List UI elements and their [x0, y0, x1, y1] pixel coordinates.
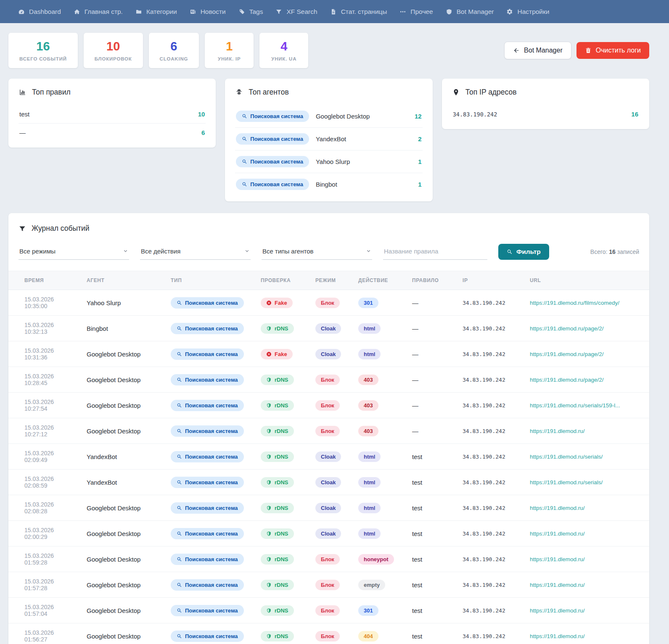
nav-item-xf-search[interactable]: XF Search — [269, 0, 323, 23]
url-link[interactable]: https://191.dlemod.ru/ — [530, 607, 585, 614]
check-badge-label: rDNS — [275, 633, 288, 639]
nav-item-прочее[interactable]: Прочее — [393, 0, 439, 23]
cell-time: 15.03.2026 10:27:12 — [8, 418, 82, 444]
url-link[interactable]: https://191.dlemod.ru/ — [530, 633, 585, 639]
check-badge: Fake — [261, 349, 293, 359]
nav-item-категории[interactable]: Категории — [129, 0, 183, 23]
column-header: ТИП — [167, 271, 256, 290]
url-link[interactable]: https://191.dlemod.ru/page/2/ — [530, 351, 604, 357]
back-button-label: Bot Manager — [524, 47, 563, 54]
mode-badge: Блок — [315, 554, 340, 565]
check-badge-label: Fake — [275, 351, 287, 357]
shield-icon — [446, 8, 452, 15]
nav-item-главная-стр[interactable]: Главная стр. — [67, 0, 129, 23]
stat-label: ВСЕГО СОБЫТИЙ — [19, 56, 67, 61]
agent-count: 1 — [418, 181, 421, 188]
shield-check-icon — [266, 505, 272, 511]
action-select[interactable]: Все действия — [140, 244, 251, 260]
total-prefix: Всего: — [590, 248, 608, 255]
action-badge: 301 — [358, 298, 378, 308]
event-log-title: Журнал событий — [32, 224, 90, 233]
clear-logs-button[interactable]: Очистить логи — [576, 42, 649, 59]
type-badge-label: Поисковая система — [185, 402, 238, 409]
cell-agent: Googlebot Desktop — [82, 367, 167, 393]
column-header: IP — [458, 271, 526, 290]
cell-ip: 34.83.190.242 — [458, 316, 526, 341]
chevron-down-icon — [123, 248, 128, 254]
spy-icon — [235, 88, 243, 96]
search-icon — [177, 633, 182, 639]
url-link[interactable]: https://191.dlemod.ru/ — [530, 505, 585, 511]
cell-agent: Googlebot Desktop — [82, 341, 167, 367]
type-badge-label: Поисковая система — [185, 582, 238, 588]
search-icon — [242, 136, 247, 142]
top-rules-title-text: Топ правил — [32, 88, 71, 97]
check-badge-label: rDNS — [275, 505, 288, 511]
agent-list-item: Поисковая системаBingbot1 — [235, 173, 422, 195]
search-icon — [242, 113, 247, 119]
url-link[interactable]: https://191.dlemod.ru/ — [530, 582, 585, 588]
url-link[interactable]: https://191.dlemod.ru/ — [530, 531, 585, 537]
mode-badge: Блок — [315, 580, 340, 590]
top-ips-panel: Топ IP адресов 34.83.190.24216 — [442, 79, 649, 129]
url-link[interactable]: https://191.dlemod.ru/page/2/ — [530, 325, 604, 332]
type-badge-label: Поисковая система — [185, 300, 238, 306]
nav-item-настройки[interactable]: Настройки — [500, 0, 555, 23]
agent-name: Bingbot — [316, 181, 337, 188]
nav-item-bot-manager[interactable]: Bot Manager — [439, 0, 500, 23]
check-badge-label: rDNS — [275, 402, 288, 409]
agent-type-select[interactable]: Все типы агентов — [262, 244, 372, 260]
gear-icon — [506, 8, 513, 15]
nav-item-новости[interactable]: Новости — [183, 0, 232, 23]
column-header: АГЕНТ — [82, 271, 167, 290]
mode-badge: Блок — [315, 426, 340, 436]
mode-badge: Блок — [315, 298, 340, 308]
cell-agent: Googlebot Desktop — [82, 598, 167, 623]
type-badge: Поисковая система — [171, 297, 244, 309]
cell-rule: test — [408, 521, 458, 546]
nav-item-tags[interactable]: Tags — [232, 0, 270, 23]
type-badge-label: Поисковая система — [185, 454, 238, 460]
check-badge-label: Fake — [275, 300, 287, 306]
shield-check-icon — [266, 377, 272, 383]
type-badge-label: Поисковая система — [185, 377, 238, 383]
nav-item-label: Категории — [146, 8, 177, 16]
check-badge-label: rDNS — [275, 582, 288, 588]
stat-cards: 16ВСЕГО СОБЫТИЙ10БЛОКИРОВОК6CLOAKING1УНИ… — [8, 33, 308, 68]
stat-card-cloaking: 6CLOAKING — [149, 33, 199, 68]
table-row: 15.03.2026 02:00:29Googlebot DesktopПоис… — [8, 521, 649, 546]
nav-item-dashboard[interactable]: Dashboard — [12, 0, 67, 23]
url-link[interactable]: https://191.dlemod.ru/serials/ — [530, 454, 603, 460]
ip-address: 34.83.190.242 — [453, 111, 497, 118]
type-badge: Поисковая система — [171, 477, 244, 488]
filter-button[interactable]: Фильтр — [498, 244, 549, 260]
cell-time: 15.03.2026 10:35:00 — [8, 290, 82, 316]
shield-check-icon — [266, 428, 272, 434]
type-badge: Поисковая система — [171, 374, 244, 385]
stat-value: 4 — [270, 40, 297, 53]
check-badge-label: rDNS — [275, 607, 288, 614]
check-badge: rDNS — [261, 605, 294, 616]
url-link[interactable]: https://191.dlemod.ru/films/comedy/ — [530, 300, 619, 306]
check-badge: rDNS — [261, 426, 294, 436]
url-link[interactable]: https://191.dlemod.ru/serials/159-l... — [530, 402, 620, 409]
column-header: URL — [526, 271, 649, 290]
type-badge: Поисковая система — [171, 400, 244, 411]
url-link[interactable]: https://191.dlemod.ru/ — [530, 428, 585, 434]
agent-type-badge: Поисковая система — [236, 156, 309, 167]
shield-check-icon — [266, 531, 272, 536]
url-link[interactable]: https://191.dlemod.ru/ — [530, 556, 585, 562]
url-link[interactable]: https://191.dlemod.ru/page/2/ — [530, 377, 604, 383]
search-icon — [177, 326, 182, 331]
type-badge: Поисковая система — [171, 528, 244, 539]
url-link[interactable]: https://191.dlemod.ru/serials/ — [530, 479, 603, 486]
rule-name-input[interactable] — [383, 244, 487, 260]
search-icon — [177, 608, 182, 613]
check-badge: rDNS — [261, 323, 294, 334]
cell-rule: test — [408, 495, 458, 521]
nav-item-стат-страницы[interactable]: Стат. страницы — [324, 0, 394, 23]
search-icon — [177, 428, 182, 434]
mode-select[interactable]: Все режимы — [19, 244, 129, 260]
event-log-panel: Журнал событий Все режимы Все действия В… — [8, 213, 649, 644]
bot-manager-back-button[interactable]: Bot Manager — [504, 42, 571, 59]
